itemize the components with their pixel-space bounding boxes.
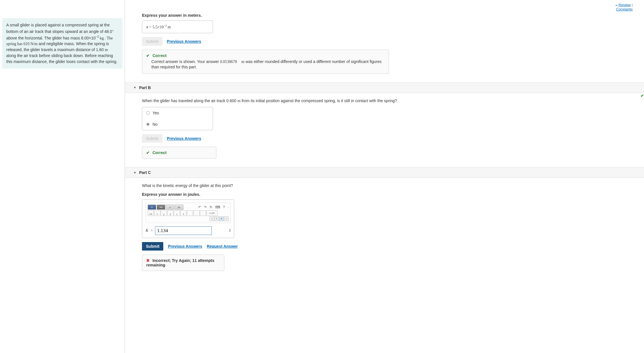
periodic-tabs: H He Li Be [148,205,183,210]
option-label: No [152,122,158,127]
part-c-buttons: Submit Previous Answers Request Answer [142,242,633,251]
answer-value: 5.5×10 [152,25,164,29]
part-a-answer-display: x = 5.5×10−2 m [142,20,213,33]
key-small[interactable]: \ [224,217,229,221]
tab-h[interactable]: H [148,205,156,210]
part-b-feedback: ✔ Correct [142,147,216,159]
problem-text: along the air track before sliding back … [6,53,117,64]
key-small-highlighted[interactable]: 3 [219,217,224,221]
feedback-title: Incorrect; Try Again; 11 attempts remain… [146,258,214,267]
submit-button-disabled: Submit [142,134,162,143]
problem-text: above the horizontal. The glider has mas… [6,35,96,40]
key[interactable]: γ [174,210,180,216]
key[interactable]: β [167,210,173,216]
part-a-feedback: ✔ Correct Correct answer is shown. Your … [142,50,389,74]
problem-text: A small glider is placed against a compr… [6,23,112,34]
question-text: When the glider has traveled along the a… [142,98,237,103]
degree-symbol: ∘ [112,29,114,32]
unit-m: m [237,99,241,103]
reset-icon[interactable]: ↻ [210,205,212,209]
part-b-body: When the glider has traveled along the a… [142,98,633,159]
problem-statement: A small glider is placed against a compr… [2,18,122,69]
answer-entry-box: H He Li Be ↶ ↷ ↻ ⌨ ? · [142,199,234,238]
tab-li[interactable]: Li [166,205,174,210]
previous-answers-link[interactable]: Previous Answers [167,39,201,44]
tab-be[interactable]: Be [175,205,183,210]
key[interactable]: AΦ [148,210,154,216]
review-icon: ▪▪ [616,4,618,7]
review-link[interactable]: Review [618,3,631,7]
feedback-detail: Correct answer is shown. Your answer 0.0… [151,59,385,70]
answer-exp: −2 [164,24,167,27]
multiple-choice-box: Yes No [142,107,213,130]
fb-unit: m [241,60,244,64]
cross-icon: ✖ [146,258,150,263]
key[interactable] [193,210,200,216]
unit-nm: N/m [30,42,37,46]
toolbar-icons: ↶ ↷ ↻ ⌨ ? · [198,205,229,209]
part-b-check-icon: ✔ [641,93,644,98]
answer-input[interactable] [155,226,212,235]
submit-button-disabled: Submit [142,37,162,46]
request-answer-link[interactable]: Request Answer [207,244,238,249]
top-links: ▪▪ Review | Constants [142,3,633,11]
undo-icon[interactable]: ↶ [198,205,201,209]
radio-icon [146,111,150,115]
part-a-buttons: Submit Previous Answers [142,37,633,46]
feedback-title: Correct [152,150,167,155]
previous-answers-link[interactable]: Previous Answers [167,136,201,141]
fb-text: Correct answer is shown. Your answer [151,59,220,64]
caret-down-icon: ▼ [133,171,136,174]
option-yes[interactable]: Yes [142,107,213,119]
variable-label: K [146,228,148,233]
entry-line: K = J [146,226,231,235]
check-icon: ✔ [146,53,150,58]
part-c-title: Part C [139,170,151,175]
exponent: −2 [96,35,99,38]
caret-down-icon: ▼ [133,86,136,89]
separator: | [632,3,633,7]
constants-link[interactable]: Constants [616,7,633,11]
key[interactable]: b [154,210,160,216]
sci-notation-key[interactable]: x·10ⁿ [206,210,218,216]
part-c-header[interactable]: ▼ Part C [125,167,644,178]
part-b-title: Part B [139,85,151,90]
answer-unit: m [167,25,171,29]
key[interactable]: δ [180,210,187,216]
keyboard-icon[interactable]: ⌨ [215,205,220,209]
previous-answers-link[interactable]: Previous Answers [168,244,202,249]
check-icon: ✔ [146,150,150,155]
answer-var: x [146,25,148,29]
part-c-feedback: ✖ Incorrect; Try Again; 11 attempts rema… [142,255,224,271]
key[interactable] [200,210,206,216]
part-c-body: What is the kinetic energy of the glider… [142,183,633,271]
more-icon[interactable]: · [228,205,229,209]
part-a-instruction: Express your answer in meters. [142,13,633,18]
part-b-header[interactable]: ▼ Part B ✔ [125,82,644,93]
question-text: from its initial position against the co… [241,98,397,103]
feedback-title: Correct [152,53,167,58]
tab-he[interactable]: He [157,205,165,210]
redo-icon[interactable]: ↷ [204,205,207,209]
submit-button[interactable]: Submit [142,242,163,251]
small-key-row: ) 1 3 \ [148,217,229,221]
left-panel: A small glider is placed against a compr… [0,0,125,353]
greek-key-row: AΦ b g β γ δ x·10ⁿ [148,210,229,216]
equals: = [150,228,153,233]
radio-selected-icon [146,123,150,126]
unit-label: J [229,228,231,233]
key-small[interactable]: 1 [214,217,219,221]
key[interactable]: g [161,210,167,216]
key-small[interactable]: ) [210,217,214,221]
option-label: Yes [152,111,159,115]
part-b-question: When the glider has traveled along the a… [142,98,633,104]
help-icon[interactable]: ? [223,205,225,209]
right-panel: ▪▪ Review | Constants Express your answe… [125,0,644,353]
option-no[interactable]: No [142,119,213,130]
fb-value: 0.0538678 [220,60,237,64]
equation-palette: H He Li Be ↶ ↷ ↻ ⌨ ? · [146,203,231,223]
unit-m: m [105,48,108,52]
key[interactable] [187,210,193,216]
part-c-instruction: Express your answer in joules. [142,192,633,197]
part-c-question: What is the kinetic energy of the glider… [142,183,633,189]
